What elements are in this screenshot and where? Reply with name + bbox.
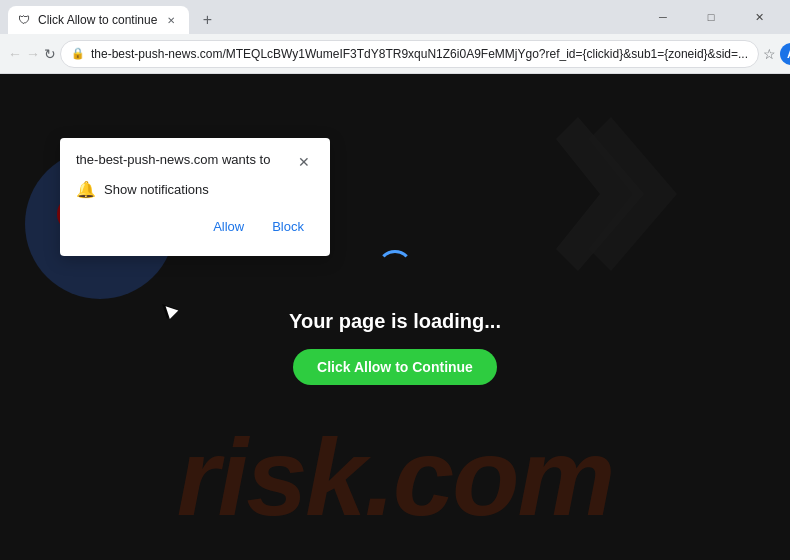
tab-title: Click Allow to continue: [38, 13, 157, 27]
popup-actions: Allow Block: [76, 213, 314, 240]
toolbar: ← → ↻ 🔒 the-best-push-news.com/MTEQLcBWy…: [0, 34, 790, 74]
popup-close-button[interactable]: ✕: [294, 152, 314, 172]
tab-favicon: 🛡: [18, 13, 32, 27]
click-allow-button[interactable]: Click Allow to Continue: [293, 349, 497, 385]
popup-title: the-best-push-news.com wants to: [76, 152, 270, 167]
notification-popup: the-best-push-news.com wants to ✕ 🔔 Show…: [60, 138, 330, 256]
tab-strip: 🛡 Click Allow to continue ✕ +: [8, 0, 636, 34]
new-tab-button[interactable]: +: [193, 6, 221, 34]
profile-avatar: A: [780, 43, 790, 65]
maximize-button[interactable]: □: [688, 3, 734, 31]
bookmark-button[interactable]: ☆: [763, 40, 776, 68]
loading-spinner: [377, 250, 413, 286]
watermark-text: risk.com: [177, 413, 613, 540]
tab-close-button[interactable]: ✕: [163, 12, 179, 28]
profile-button[interactable]: A: [780, 40, 790, 68]
window-controls: ─ □ ✕: [640, 3, 782, 31]
notification-row: 🔔 Show notifications: [76, 180, 314, 199]
back-button[interactable]: ←: [8, 38, 22, 70]
minimize-button[interactable]: ─: [640, 3, 686, 31]
address-bar[interactable]: 🔒 the-best-push-news.com/MTEQLcBWy1WumeI…: [60, 40, 759, 68]
forward-button[interactable]: →: [26, 38, 40, 70]
notification-label: Show notifications: [104, 182, 209, 197]
popup-header: the-best-push-news.com wants to ✕: [76, 152, 314, 172]
loading-text: Your page is loading...: [289, 310, 501, 333]
active-tab[interactable]: 🛡 Click Allow to continue ✕: [8, 6, 189, 34]
address-text: the-best-push-news.com/MTEQLcBWy1WumeIF3…: [91, 47, 748, 61]
lock-icon: 🔒: [71, 47, 85, 60]
bell-icon: 🔔: [76, 180, 96, 199]
page-content: ! Your page is loading... Click Allow to…: [0, 74, 790, 560]
watermark-logo-icon: [490, 104, 710, 284]
allow-button[interactable]: Allow: [203, 213, 254, 240]
spinner-animation: [377, 250, 413, 286]
reload-button[interactable]: ↻: [44, 38, 56, 70]
browser-window: 🛡 Click Allow to continue ✕ + ─ □ ✕ ← → …: [0, 0, 790, 560]
close-button[interactable]: ✕: [736, 3, 782, 31]
title-bar: 🛡 Click Allow to continue ✕ + ─ □ ✕: [0, 0, 790, 34]
block-button[interactable]: Block: [262, 213, 314, 240]
